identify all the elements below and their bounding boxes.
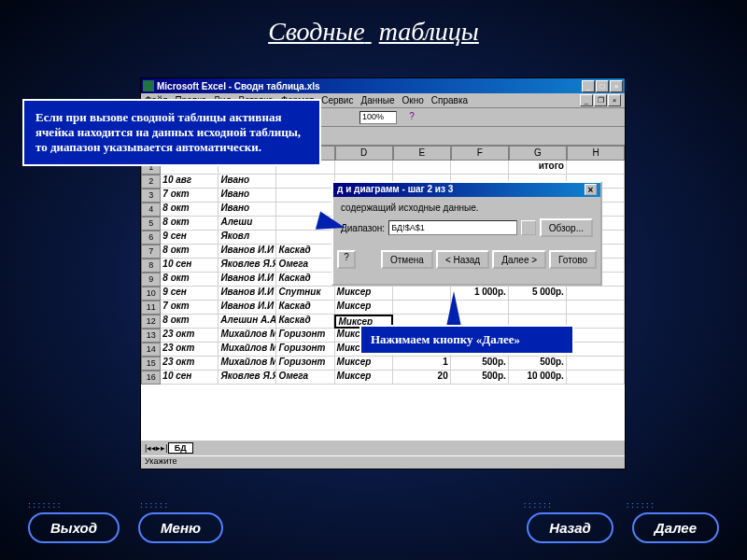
cell[interactable]: Омега <box>276 371 334 385</box>
cell[interactable]: Ивано <box>218 175 276 189</box>
col-e[interactable]: E <box>393 146 451 161</box>
cell[interactable] <box>509 301 567 315</box>
row-header[interactable]: 4 <box>141 203 161 217</box>
cell[interactable]: Омега <box>276 259 334 273</box>
cell[interactable]: 7 окт <box>161 189 218 203</box>
cell[interactable]: 8 окт <box>161 203 218 217</box>
sheet-tab-bd[interactable]: БД <box>168 442 193 454</box>
col-h[interactable]: H <box>567 146 625 161</box>
cell[interactable]: Иванов И.И <box>218 245 276 259</box>
menu-data[interactable]: Данные <box>360 95 394 105</box>
cell[interactable]: 23 окт <box>161 357 218 371</box>
row-header[interactable]: 7 <box>141 245 161 259</box>
cell[interactable] <box>567 329 625 343</box>
cell[interactable]: Михайлов М.М. <box>218 329 276 343</box>
row-header[interactable]: 2 <box>141 175 161 189</box>
row-header[interactable]: 8 <box>141 259 161 273</box>
cell[interactable]: 10 сен <box>161 259 218 273</box>
cell[interactable]: 23 окт <box>161 329 218 343</box>
cell[interactable]: Ивано <box>218 189 276 203</box>
tab-nav-last[interactable]: ▸| <box>161 443 167 453</box>
cell[interactable] <box>276 231 334 245</box>
cell[interactable] <box>567 357 625 371</box>
col-f[interactable]: F <box>451 146 509 161</box>
cell[interactable]: Горизонт <box>276 357 334 371</box>
minimize-button[interactable]: _ <box>582 80 595 92</box>
cell[interactable]: Миксер <box>335 357 393 371</box>
cell[interactable] <box>567 287 625 301</box>
col-d[interactable]: D <box>335 146 393 161</box>
cell[interactable]: 1 <box>393 357 451 371</box>
row-header[interactable]: 3 <box>141 189 161 203</box>
row-header[interactable]: 9 <box>141 273 161 287</box>
chart-icon[interactable] <box>338 110 355 125</box>
cell[interactable]: 500р. <box>451 357 509 371</box>
row-header[interactable]: 6 <box>141 231 161 245</box>
row-header[interactable]: 5 <box>141 217 161 231</box>
cell[interactable] <box>335 161 393 175</box>
row-header[interactable]: 16 <box>141 371 161 385</box>
cell[interactable]: Яковл <box>218 231 276 245</box>
mdi-close[interactable]: × <box>608 94 621 106</box>
cell[interactable]: Горизонт <box>276 329 334 343</box>
row-header[interactable]: 11 <box>141 301 161 315</box>
maximize-button[interactable]: □ <box>596 80 609 92</box>
cell[interactable]: 8 окт <box>161 273 218 287</box>
cell[interactable]: 9 сен <box>161 231 218 245</box>
cell[interactable]: Спутник <box>276 287 334 301</box>
cell[interactable]: Алешин А.А. <box>218 315 276 329</box>
cell[interactable] <box>276 175 334 189</box>
wizard-close-icon[interactable]: × <box>585 184 597 195</box>
cell[interactable]: Горизонт <box>276 343 334 357</box>
close-button[interactable]: × <box>610 80 623 92</box>
cell[interactable]: Алеши <box>218 217 276 231</box>
nav-back-button[interactable]: Назад <box>527 512 613 543</box>
cell[interactable]: Михайлов М.М. <box>218 343 276 357</box>
zoom-combo[interactable]: 100% <box>359 111 397 124</box>
cell[interactable] <box>451 161 509 175</box>
cell[interactable]: Каскад <box>276 273 334 287</box>
cell[interactable]: 10 авг <box>161 175 218 189</box>
row-header[interactable]: 14 <box>141 343 161 357</box>
row-header[interactable]: 10 <box>141 287 161 301</box>
browse-button[interactable]: Обзор... <box>540 218 593 237</box>
col-g[interactable]: G <box>509 146 567 161</box>
cell[interactable]: Миксер <box>335 371 393 385</box>
cell[interactable]: Иванов И.И <box>218 301 276 315</box>
help-icon[interactable]: ? <box>403 110 420 125</box>
row-header[interactable]: 12 <box>141 315 161 329</box>
cell[interactable] <box>393 161 451 175</box>
cell[interactable]: Иванов И.И <box>218 287 276 301</box>
range-select-icon[interactable] <box>521 220 536 235</box>
cell[interactable]: 20 <box>393 371 451 385</box>
cell[interactable]: 7 окт <box>161 301 218 315</box>
cell[interactable] <box>567 371 625 385</box>
nav-next-button[interactable]: Далее <box>632 512 719 543</box>
row-header[interactable]: 15 <box>141 357 161 371</box>
cell[interactable]: 10 сен <box>161 371 218 385</box>
cell[interactable] <box>393 287 451 301</box>
cell[interactable] <box>567 301 625 315</box>
mdi-restore[interactable]: ❐ <box>594 94 607 106</box>
next-button[interactable]: Далее > <box>492 250 546 269</box>
cell[interactable]: Яковлев Я.Я. <box>218 259 276 273</box>
cell[interactable]: 10 000р. <box>509 371 567 385</box>
menu-button[interactable]: Меню <box>138 512 223 543</box>
cell[interactable]: Ивано <box>218 203 276 217</box>
menu-help[interactable]: Справка <box>431 95 468 105</box>
cell[interactable]: 5 000р. <box>509 287 567 301</box>
exit-button[interactable]: Выход <box>28 512 120 543</box>
row-header[interactable]: 13 <box>141 329 161 343</box>
cell[interactable]: Миксер <box>335 301 393 315</box>
cell[interactable]: Михайлов М.М. <box>218 357 276 371</box>
cell[interactable]: 8 окт <box>161 315 218 329</box>
cell[interactable]: 500р. <box>509 357 567 371</box>
cell[interactable]: Иванов И.И <box>218 273 276 287</box>
cell[interactable]: 23 окт <box>161 343 218 357</box>
menu-window[interactable]: Окно <box>402 95 424 105</box>
cell[interactable]: 9 сен <box>161 287 218 301</box>
cell[interactable]: Каскад <box>276 315 334 329</box>
cell[interactable]: Каскад <box>276 245 334 259</box>
cancel-button[interactable]: Отмена <box>381 250 433 269</box>
mdi-minimize[interactable]: _ <box>580 94 593 106</box>
